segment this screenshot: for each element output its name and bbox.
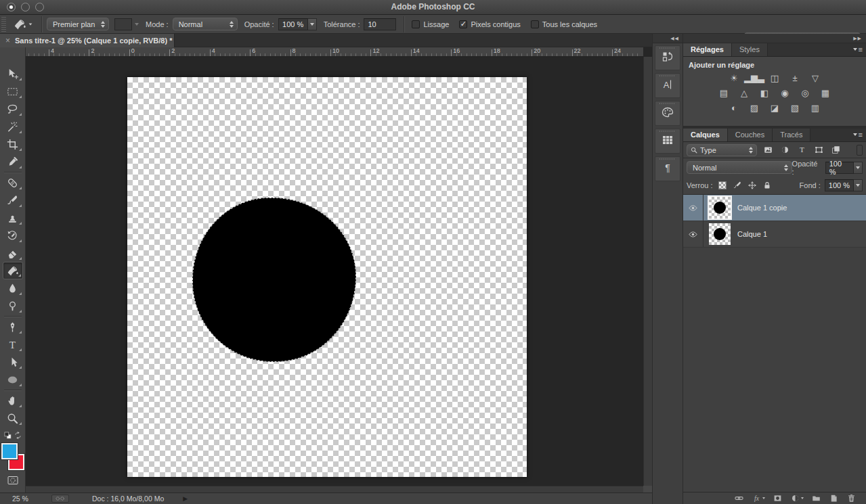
new-group-button[interactable] [811, 493, 821, 503]
layer-thumbnail[interactable] [709, 223, 731, 245]
tool-hand[interactable] [3, 392, 23, 409]
opacity-dropdown-arrow[interactable] [308, 18, 317, 30]
tab-reglages[interactable]: Réglages [683, 43, 732, 56]
tool-blur[interactable] [3, 279, 23, 297]
dock-panel-swatches[interactable] [655, 101, 680, 126]
vertical-scrollbar[interactable] [643, 57, 652, 492]
layer-name[interactable]: Calque 1 copie [737, 204, 787, 212]
tool-path-selection[interactable] [3, 353, 23, 371]
layer-visibility-toggle[interactable] [683, 195, 703, 221]
adjustment-exposure-icon[interactable]: ± [787, 72, 802, 84]
default-colors-icon[interactable] [3, 431, 12, 440]
tool-history-brush[interactable] [3, 227, 23, 244]
current-tool-badge[interactable] [9, 18, 37, 31]
fill-source-dropdown[interactable]: Premier plan [47, 18, 109, 30]
tool-lasso[interactable] [3, 100, 23, 118]
checkbox-lissage[interactable]: Lissage [412, 20, 449, 28]
dock-panel-history[interactable] [655, 45, 680, 70]
tool-eyedropper[interactable] [3, 153, 23, 170]
lock-transparency-icon[interactable] [717, 180, 728, 191]
zoom-level-field[interactable]: 25 % [12, 495, 39, 503]
status-options-button[interactable] [51, 495, 69, 503]
tool-ellipse-shape[interactable] [3, 371, 23, 388]
layer-row[interactable]: Calque 1 copie [683, 195, 866, 221]
quick-mask-button[interactable] [3, 472, 23, 488]
tool-pen[interactable] [3, 318, 23, 336]
dock-panel-paragraph[interactable]: ¶ [655, 156, 680, 181]
close-tab-icon[interactable]: × [5, 37, 10, 45]
link-layers-button[interactable] [734, 493, 744, 503]
tab-traces[interactable]: Tracés [773, 129, 810, 141]
adjustment-photo-filter-icon[interactable]: ◉ [777, 87, 792, 99]
tab-styles[interactable]: Styles [732, 43, 768, 56]
lock-all-icon[interactable] [762, 180, 773, 191]
filter-smart-objects-icon[interactable] [830, 144, 842, 156]
checkbox-box[interactable] [412, 20, 420, 28]
adjustment-curves-icon[interactable]: ◫ [767, 72, 782, 84]
tool-rectangular-marquee[interactable] [3, 83, 23, 100]
panel-menu-icon[interactable]: ≡ [853, 131, 863, 139]
layer-fill-field[interactable]: 100 % [825, 179, 854, 191]
layer-visibility-toggle[interactable] [683, 221, 703, 247]
layer-filter-type-dropdown[interactable]: Type [687, 144, 757, 156]
layer-fill-arrow[interactable] [854, 179, 863, 191]
layer-opacity-arrow[interactable] [854, 162, 863, 174]
options-bar-grip[interactable] [1, 17, 6, 32]
checkbox-box[interactable] [531, 20, 539, 28]
layer-blend-mode-dropdown[interactable]: Normal [687, 161, 792, 174]
delete-layer-button[interactable] [846, 493, 857, 503]
adjustment-selective-color-icon[interactable]: ▥ [808, 102, 823, 114]
layer-name[interactable]: Calque 1 [737, 230, 767, 238]
tool-paint-bucket[interactable] [3, 262, 23, 279]
foreground-color-swatch[interactable] [1, 443, 18, 459]
tool-brush[interactable] [3, 191, 23, 209]
adjustment-color-balance-icon[interactable]: △ [737, 87, 752, 99]
status-menu-arrow-icon[interactable]: ▶ [183, 495, 188, 502]
expand-dock-button[interactable]: ◀◀ [653, 34, 683, 43]
layer-opacity-field[interactable]: 100 % [825, 162, 854, 174]
checkbox-tous-les-calques[interactable]: Tous les calques [531, 20, 597, 28]
horizontal-scrollbar[interactable] [26, 486, 643, 492]
document-canvas[interactable] [127, 77, 527, 477]
swap-colors-icon[interactable] [14, 431, 22, 440]
opacity-value-field[interactable]: 100 % [278, 18, 308, 30]
canvas-viewport[interactable] [26, 57, 643, 492]
lock-pixels-icon[interactable] [732, 180, 743, 191]
tool-type[interactable]: T [3, 336, 23, 353]
checkbox-pixels-contigus[interactable]: ✓Pixels contigus [459, 20, 520, 28]
horizontal-ruler[interactable]: 42024681012141618202224 [26, 47, 643, 57]
adjustment-hue-saturation-icon[interactable]: ▤ [716, 87, 731, 99]
tolerance-input[interactable]: 10 [364, 18, 396, 30]
tool-dodge[interactable] [3, 297, 23, 315]
tab-couches[interactable]: Couches [728, 129, 773, 141]
dock-panel-character[interactable]: A [655, 73, 680, 98]
adjustment-black-white-icon[interactable]: ◧ [757, 87, 772, 99]
adjustment-invert-icon[interactable]: ◐ [727, 102, 741, 114]
filter-shape-layers-icon[interactable] [813, 144, 825, 156]
tab-calques[interactable]: Calques [683, 129, 728, 141]
document-tab[interactable]: × Sans titre-1 @ 25% (Calque 1 copie, RV… [0, 34, 175, 47]
filter-adjustment-layers-icon[interactable] [779, 144, 791, 156]
layer-thumbnail[interactable] [709, 197, 731, 219]
blend-mode-dropdown[interactable]: Normal [173, 18, 238, 30]
adjustment-levels-icon[interactable]: ▂▆▃ [747, 72, 762, 84]
add-layer-mask-button[interactable] [773, 493, 783, 503]
adjustment-threshold-icon[interactable]: ◪ [767, 102, 782, 114]
adjustment-posterize-icon[interactable]: ▨ [747, 102, 762, 114]
new-adjustment-layer-button[interactable] [790, 493, 804, 503]
pattern-dropdown-arrow-icon[interactable] [135, 23, 139, 26]
adjustment-brightness-contrast-icon[interactable]: ☀ [727, 72, 741, 84]
layer-filter-toggle[interactable] [857, 145, 863, 156]
pattern-swatch[interactable] [114, 18, 132, 30]
tool-move[interactable] [3, 65, 23, 83]
filter-pixel-layers-icon[interactable] [762, 144, 774, 156]
adjustment-gradient-map-icon[interactable]: ▧ [787, 102, 802, 114]
tool-magic-wand[interactable] [3, 118, 23, 135]
tool-clone-stamp[interactable] [3, 209, 23, 227]
adjustment-color-lookup-icon[interactable]: ▦ [818, 87, 833, 99]
checkbox-box[interactable]: ✓ [459, 20, 467, 28]
dock-panel-color-grid[interactable] [655, 129, 680, 154]
layer-style-button[interactable]: fx [752, 493, 765, 503]
tool-spot-healing-brush[interactable] [3, 174, 23, 191]
collapse-panels-button[interactable]: ▶▶ [683, 34, 866, 43]
